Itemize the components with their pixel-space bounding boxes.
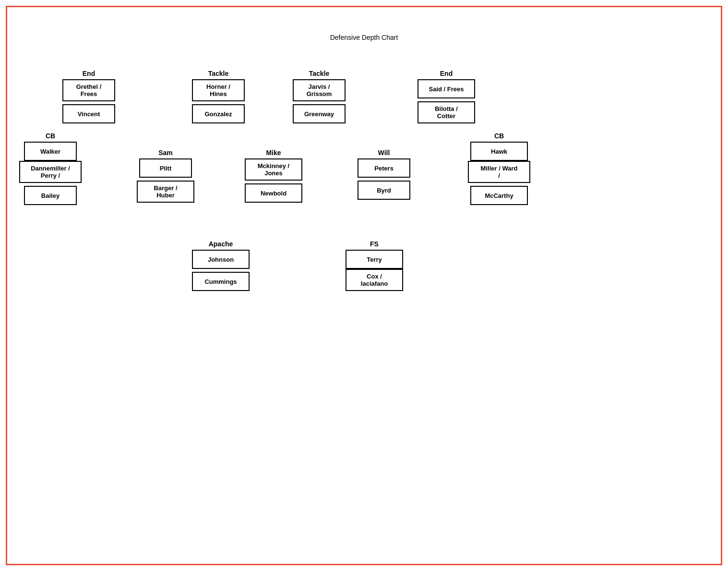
position-sam: Sam Plitt Barger /Huber bbox=[137, 149, 194, 203]
cb-left-player1: Walker bbox=[24, 142, 77, 161]
tackle-right-player1: Jarvis /Grissom bbox=[293, 79, 346, 101]
position-end-right: End Said / Frees Bilotta /Cotter bbox=[418, 70, 475, 123]
tackle-right-player2: Greenway bbox=[293, 104, 346, 123]
page-title: Defensive Depth Chart bbox=[0, 34, 728, 41]
will-label: Will bbox=[378, 149, 390, 157]
mike-player1: Mckinney /Jones bbox=[245, 158, 302, 181]
will-player2: Byrd bbox=[358, 181, 410, 200]
will-player1: Peters bbox=[358, 158, 410, 178]
end-right-player2: Bilotta /Cotter bbox=[418, 101, 475, 123]
fs-player1: Terry bbox=[346, 250, 403, 269]
cb-right-label: CB bbox=[494, 132, 504, 140]
tackle-right-label: Tackle bbox=[309, 70, 330, 77]
end-right-player1: Said / Frees bbox=[418, 79, 475, 98]
cb-right-player2: Miller / Ward/ bbox=[468, 161, 530, 183]
cb-left-label: CB bbox=[46, 132, 55, 140]
position-tackle-right: Tackle Jarvis /Grissom Greenway bbox=[293, 70, 346, 123]
end-left-player1: Grethel /Frees bbox=[62, 79, 115, 101]
apache-player1: Johnson bbox=[192, 250, 250, 269]
position-cb-left: CB Walker Dannemiller /Perry / Bailey bbox=[19, 132, 82, 205]
position-apache: Apache Johnson Cummings bbox=[192, 240, 250, 291]
tackle-left-player1: Horner /Hines bbox=[192, 79, 245, 101]
position-cb-right: CB Hawk Miller / Ward/ McCarthy bbox=[468, 132, 530, 205]
position-fs: FS Terry Cox /Iaciafano bbox=[346, 240, 403, 291]
position-end-left: End Grethel /Frees Vincent bbox=[62, 70, 115, 123]
position-mike: Mike Mckinney /Jones Newbold bbox=[245, 149, 302, 203]
sam-label: Sam bbox=[158, 149, 173, 157]
cb-right-player3: McCarthy bbox=[470, 186, 528, 205]
fs-label: FS bbox=[370, 240, 379, 248]
sam-player2: Barger /Huber bbox=[137, 181, 194, 203]
sam-player1: Plitt bbox=[139, 158, 192, 178]
end-left-player2: Vincent bbox=[62, 104, 115, 123]
tackle-left-player2: Gonzalez bbox=[192, 104, 245, 123]
apache-label: Apache bbox=[209, 240, 233, 248]
end-left-label: End bbox=[83, 70, 95, 77]
cb-left-player2: Dannemiller /Perry / bbox=[19, 161, 82, 183]
apache-player2: Cummings bbox=[192, 272, 250, 291]
cb-right-player1: Hawk bbox=[470, 142, 528, 161]
mike-player2: Newbold bbox=[245, 183, 302, 203]
position-will: Will Peters Byrd bbox=[358, 149, 410, 200]
cb-left-player3: Bailey bbox=[24, 186, 77, 205]
tackle-left-label: Tackle bbox=[208, 70, 229, 77]
fs-player2: Cox /Iaciafano bbox=[346, 269, 403, 291]
mike-label: Mike bbox=[266, 149, 281, 157]
end-right-label: End bbox=[440, 70, 453, 77]
position-tackle-left: Tackle Horner /Hines Gonzalez bbox=[192, 70, 245, 123]
